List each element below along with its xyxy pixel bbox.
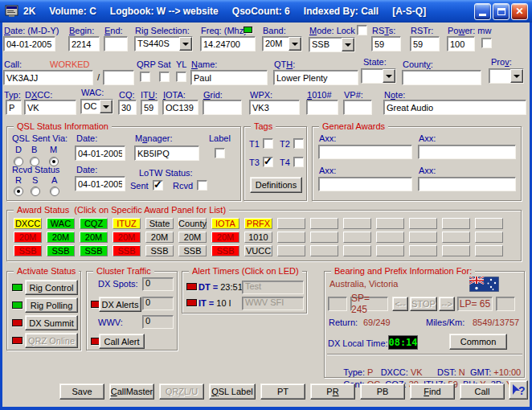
rsts-field[interactable] — [371, 36, 401, 51]
chevron-down-icon[interactable] — [383, 69, 395, 83]
award-cell-empty[interactable] — [442, 232, 470, 243]
find-button[interactable]: Find — [410, 383, 455, 400]
award-cell-band[interactable]: 20M — [14, 232, 42, 243]
qsl-date-rcvd-field[interactable] — [75, 176, 125, 191]
award-cell-mode[interactable]: SSB — [113, 245, 141, 256]
chevron-down-icon[interactable] — [510, 69, 523, 83]
dxcc-field[interactable] — [24, 100, 76, 115]
yl-checkbox[interactable] — [176, 72, 186, 82]
date-field[interactable] — [3, 36, 55, 51]
t2-checkbox[interactable] — [293, 138, 304, 149]
rig-selection-dropdown[interactable]: TS440S — [134, 36, 193, 51]
it-led[interactable] — [186, 299, 197, 306]
award-panel-state[interactable]: State — [145, 218, 174, 229]
qsl-rcvd-s-radio[interactable] — [31, 187, 40, 196]
chevron-down-icon[interactable] — [342, 38, 354, 51]
typ-field[interactable] — [6, 100, 22, 115]
award-cell-empty[interactable] — [277, 232, 305, 243]
end-field[interactable] — [104, 36, 128, 51]
award-cell-empty[interactable] — [310, 245, 338, 256]
maximize-button[interactable] — [493, 3, 509, 20]
award-cell-empty[interactable] — [376, 232, 404, 243]
cq-field[interactable] — [118, 100, 137, 115]
tenten-field[interactable] — [306, 100, 338, 115]
note-field[interactable] — [383, 100, 526, 115]
award-cell-empty[interactable] — [409, 232, 437, 243]
award-cell-mode[interactable]: SSB — [80, 245, 108, 256]
qrp-checkbox[interactable] — [140, 72, 150, 82]
award-panel-dxcc[interactable]: DXCC — [14, 218, 42, 229]
award-panel-empty[interactable] — [310, 218, 338, 229]
award-panel-cqz[interactable]: CQZ — [80, 218, 108, 229]
grid-field[interactable] — [203, 100, 242, 115]
qsl-date-sent-field[interactable] — [75, 146, 125, 161]
itu-field[interactable] — [141, 100, 158, 115]
chevron-down-icon[interactable] — [179, 37, 192, 51]
pr-button[interactable]: PR — [310, 383, 355, 400]
award-cell-empty[interactable] — [343, 232, 371, 243]
award-cell-empty[interactable] — [409, 245, 437, 256]
dx-alerts-button[interactable]: DX Alerts — [99, 297, 141, 312]
rig-control-led[interactable] — [12, 284, 23, 291]
award-panel-iota[interactable]: IOTA — [211, 218, 239, 229]
call-button[interactable]: Call — [460, 383, 505, 400]
award-cell-mode[interactable]: SSB — [178, 245, 207, 256]
vp-field[interactable] — [343, 100, 372, 115]
power-mw-checkbox[interactable] — [481, 38, 492, 48]
award-panel-wac[interactable]: WAC — [47, 218, 75, 229]
rig-polling-led[interactable] — [12, 301, 23, 309]
award-panel-empty[interactable] — [277, 218, 305, 229]
axx4-field[interactable] — [418, 177, 516, 191]
pt-button[interactable]: PT — [260, 383, 305, 400]
t4-checkbox[interactable] — [293, 157, 304, 167]
award-cell-empty[interactable] — [376, 245, 404, 256]
wpx-field[interactable] — [249, 100, 300, 115]
band-dropdown[interactable]: 20M — [262, 36, 302, 51]
lotw-rcvd-checkbox[interactable] — [197, 180, 207, 191]
pb-button[interactable]: PB — [360, 383, 405, 400]
award-cell-mode[interactable]: SSB — [14, 245, 42, 256]
sat-checkbox[interactable] — [159, 72, 170, 82]
award-cell-band[interactable]: 20M — [80, 232, 108, 243]
iota-field[interactable] — [162, 100, 198, 115]
award-cell-empty[interactable] — [475, 245, 503, 256]
qsl-label-button[interactable]: QSL Label — [209, 383, 256, 400]
award-cell-mode[interactable]: SSB — [47, 245, 75, 256]
dt-led[interactable] — [186, 283, 197, 290]
call-suffix-field[interactable] — [103, 70, 134, 85]
t1-checkbox[interactable] — [263, 138, 273, 149]
award-cell-band[interactable]: 20M — [47, 232, 75, 243]
award-panel-prfx[interactable]: PRFX — [244, 218, 272, 229]
award-cell-empty[interactable] — [310, 232, 338, 243]
county-field[interactable] — [402, 70, 481, 85]
award-cell-empty[interactable] — [343, 245, 371, 256]
axx3-field[interactable] — [318, 177, 412, 191]
close-button[interactable]: ✕ — [511, 3, 528, 20]
qsl-rcvd-a-radio[interactable] — [50, 187, 59, 196]
state-dropdown[interactable] — [361, 68, 396, 84]
award-panel-empty[interactable] — [442, 218, 470, 229]
qsl-rcvd-r-radio[interactable] — [14, 187, 23, 196]
award-cell-mode[interactable]: SSB — [211, 245, 239, 256]
call-field[interactable] — [3, 70, 93, 85]
wac-dropdown[interactable]: OC — [80, 99, 113, 114]
dx-summit-led[interactable] — [12, 319, 23, 326]
award-cell-empty[interactable] — [475, 232, 503, 243]
t3-checkbox[interactable] — [263, 157, 273, 167]
award-cell-band[interactable]: 20M — [145, 232, 174, 243]
call-alert-button[interactable]: Call Alert — [99, 334, 145, 349]
award-panel-empty[interactable] — [376, 218, 404, 229]
award-cell-mode[interactable]: SSB — [145, 245, 174, 256]
award-cell-empty[interactable] — [442, 245, 470, 256]
award-cell-band[interactable]: 20M — [113, 232, 141, 243]
qth-field[interactable] — [273, 70, 358, 85]
rstr-field[interactable] — [410, 36, 440, 51]
award-cell-band[interactable]: 20M — [211, 232, 239, 243]
mode-dropdown[interactable]: SSB — [309, 37, 355, 52]
rig-control-button[interactable]: Rig Control — [25, 280, 78, 295]
award-cell-mode[interactable]: VUCC — [244, 245, 272, 256]
award-panel-ituz[interactable]: ITUZ — [113, 218, 141, 229]
save-button[interactable]: Save — [59, 383, 104, 400]
award-panel-empty[interactable] — [409, 218, 437, 229]
axx1-field[interactable] — [318, 145, 412, 159]
